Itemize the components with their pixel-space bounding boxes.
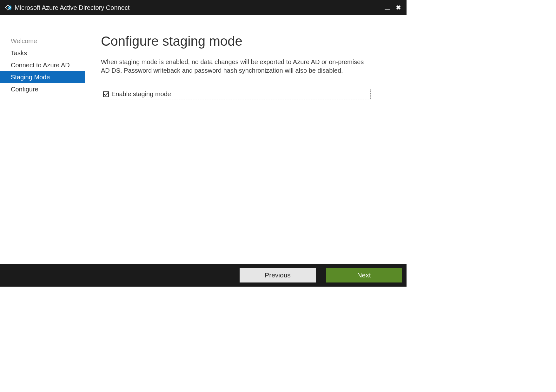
checkbox-label: Enable staging mode xyxy=(111,90,171,98)
close-icon[interactable]: ✖ xyxy=(396,4,401,11)
sidebar-item-label: Configure xyxy=(11,86,38,93)
minimize-icon[interactable]: — xyxy=(385,6,390,12)
previous-button[interactable]: Previous xyxy=(240,268,316,282)
sidebar-item-welcome[interactable]: Welcome xyxy=(0,35,85,47)
sidebar-item-tasks[interactable]: Tasks xyxy=(0,47,85,59)
next-button[interactable]: Next xyxy=(326,268,402,282)
azure-connect-icon xyxy=(4,4,11,11)
app-title: Microsoft Azure Active Directory Connect xyxy=(15,4,385,11)
sidebar-item-label: Connect to Azure AD xyxy=(11,62,70,69)
sidebar: Welcome Tasks Connect to Azure AD Stagin… xyxy=(0,15,85,264)
main-content: Configure staging mode When staging mode… xyxy=(85,15,407,264)
sidebar-item-configure[interactable]: Configure xyxy=(0,83,85,95)
checkmark-icon xyxy=(104,92,108,96)
sidebar-item-label: Tasks xyxy=(11,50,27,57)
button-label: Next xyxy=(357,271,371,279)
checkbox-box xyxy=(103,91,109,97)
sidebar-item-connect-azure-ad[interactable]: Connect to Azure AD xyxy=(0,59,85,71)
enable-staging-mode-checkbox[interactable]: Enable staging mode xyxy=(101,89,371,99)
page-description: When staging mode is enabled, no data ch… xyxy=(101,58,367,75)
body-area: Welcome Tasks Connect to Azure AD Stagin… xyxy=(0,15,407,264)
window-controls: — ✖ xyxy=(385,4,404,11)
page-title: Configure staging mode xyxy=(101,34,381,49)
sidebar-item-staging-mode[interactable]: Staging Mode xyxy=(0,71,85,83)
sidebar-item-label: Welcome xyxy=(11,37,37,45)
sidebar-item-label: Staging Mode xyxy=(11,74,50,81)
footer: Previous Next xyxy=(0,264,407,287)
button-label: Previous xyxy=(265,271,291,279)
titlebar: Microsoft Azure Active Directory Connect… xyxy=(0,0,407,15)
